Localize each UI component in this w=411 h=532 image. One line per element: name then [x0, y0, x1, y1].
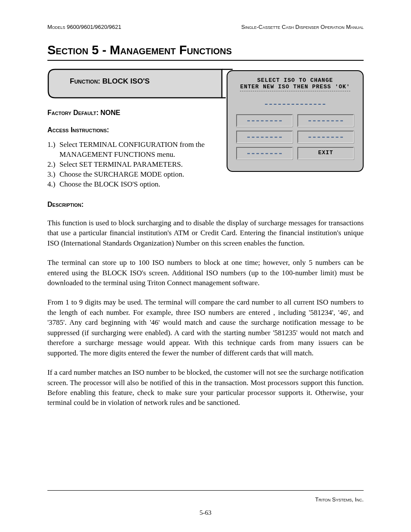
paragraph: This function is used to block surchargi…: [47, 218, 364, 248]
terminal-screenshot: SELECT ISO TO CHANGE ENTER NEW ISO THEN …: [227, 70, 364, 172]
section-rule: [47, 60, 364, 61]
iso-slot-4[interactable]: [297, 131, 354, 143]
list-item: 1.)Select TERMINAL CONFIGURATION from th…: [47, 140, 222, 160]
instruction-text: Select SET TERMINAL PARAMETERS.: [59, 160, 222, 170]
instruction-text: Choose the BLOCK ISO'S option.: [59, 180, 222, 190]
header-left: Models 9600/9601/9620/9621: [47, 24, 121, 30]
instruction-text: Choose the SURCHARGE MODE option.: [59, 170, 222, 180]
factory-default-value: NONE: [100, 109, 120, 116]
function-value: BLOCK ISO'S: [102, 77, 149, 85]
paragraph: The terminal can store up to 100 ISO num…: [47, 258, 364, 288]
instruction-list: 1.)Select TERMINAL CONFIGURATION from th…: [47, 140, 222, 190]
list-item: 4.)Choose the BLOCK ISO'S option.: [47, 180, 222, 190]
footer-company: Triton Systems, Inc.: [315, 496, 364, 503]
footer-page-number: 5-63: [0, 509, 411, 516]
iso-input-main[interactable]: [265, 103, 325, 105]
screenshot-line1: SELECT ISO TO CHANGE: [233, 77, 358, 84]
function-prefix: Function:: [70, 77, 100, 85]
access-instructions-label: Access Instructions:: [47, 126, 109, 134]
section-title: Section 5 - Management Functions: [47, 43, 364, 57]
iso-slot-5[interactable]: [236, 147, 293, 160]
description-label: Description:: [47, 201, 84, 208]
paragraph: From 1 to 9 digits may be used. The term…: [47, 297, 364, 358]
iso-slot-1[interactable]: [236, 114, 293, 127]
iso-slot-2[interactable]: [297, 114, 354, 127]
iso-slot-3[interactable]: [236, 131, 293, 143]
function-label: Function: BLOCK ISO'S: [70, 77, 149, 86]
list-item: 2.)Select SET TERMINAL PARAMETERS.: [47, 160, 222, 170]
screenshot-line2: ENTER NEW ISO THEN PRESS 'OK': [240, 84, 350, 91]
footer-rule: [47, 490, 364, 491]
header-right: Single-Cassette Cash Dispenser Operation…: [241, 24, 364, 30]
exit-button[interactable]: EXIT: [297, 147, 354, 160]
factory-default-label: Factory Default:: [47, 109, 99, 116]
list-item: 3.)Choose the SURCHARGE MODE option.: [47, 170, 222, 180]
instruction-text: Select TERMINAL CONFIGURATION from the M…: [59, 140, 222, 160]
paragraph: If a card number matches an ISO number t…: [47, 367, 364, 408]
